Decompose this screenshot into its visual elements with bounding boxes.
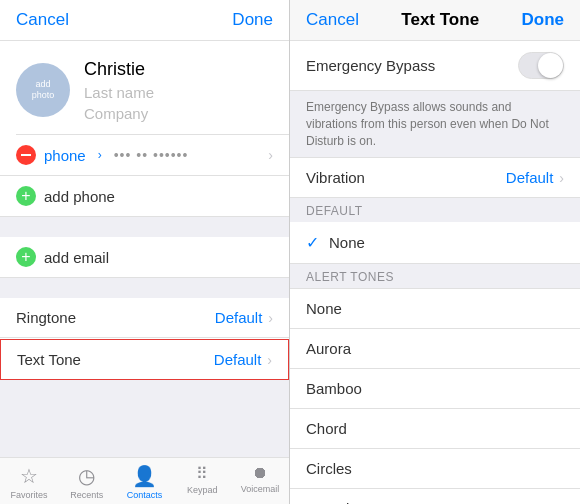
add-email-row[interactable]: + add email	[0, 237, 289, 278]
left-panel: Cancel Done addphoto Christie Last name …	[0, 0, 290, 504]
alert-tones-list: None Aurora Bamboo Chord Circles Complet…	[290, 288, 580, 504]
vibration-label: Vibration	[306, 169, 506, 186]
ringtone-label: Ringtone	[16, 309, 215, 326]
tone-none-label: None	[306, 300, 342, 317]
add-photo-label: addphoto	[32, 79, 55, 101]
voicemail-icon: ⏺	[252, 464, 268, 482]
emergency-bypass-description: Emergency Bypass allows sounds and vibra…	[290, 91, 580, 158]
tone-bamboo[interactable]: Bamboo	[290, 369, 580, 409]
contacts-icon: 👤	[132, 464, 157, 488]
tab-keypad[interactable]: ⠿ Keypad	[173, 464, 231, 500]
tab-bar: ☆ Favorites ◷ Recents 👤 Contacts ⠿ Keypa…	[0, 457, 289, 504]
done-button[interactable]: Done	[232, 10, 273, 30]
right-done-button[interactable]: Done	[522, 10, 565, 30]
text-tone-chevron-icon: ›	[267, 352, 272, 368]
contact-name: Christie	[84, 55, 273, 82]
contact-header: addphoto Christie Last name Company	[0, 41, 289, 134]
right-panel: Cancel Text Tone Done Emergency Bypass E…	[290, 0, 580, 504]
emergency-bypass-toggle[interactable]	[518, 52, 564, 79]
tone-aurora-label: Aurora	[306, 340, 351, 357]
recents-icon: ◷	[78, 464, 95, 488]
spacer-1	[0, 217, 289, 237]
tab-voicemail[interactable]: ⏺ Voicemail	[231, 464, 289, 500]
ringtone-chevron-icon: ›	[268, 310, 273, 326]
favorites-icon: ☆	[20, 464, 38, 488]
tone-complete[interactable]: Complete	[290, 489, 580, 504]
tab-contacts[interactable]: 👤 Contacts	[116, 464, 174, 500]
vibration-row[interactable]: Vibration Default ›	[290, 158, 580, 198]
default-section-header: DEFAULT	[290, 198, 580, 222]
right-title: Text Tone	[401, 10, 479, 30]
tab-favorites[interactable]: ☆ Favorites	[0, 464, 58, 500]
right-cancel-button[interactable]: Cancel	[306, 10, 359, 30]
default-none-label: None	[329, 234, 365, 251]
tab-contacts-label: Contacts	[127, 490, 163, 500]
add-photo-button[interactable]: addphoto	[16, 63, 70, 117]
add-email-button[interactable]: +	[16, 247, 36, 267]
phone-row-chevron-icon: ›	[268, 147, 273, 163]
left-top-bar: Cancel Done	[0, 0, 289, 41]
left-spacer-bottom	[0, 380, 289, 457]
tone-complete-label: Complete	[306, 500, 370, 504]
tone-bamboo-label: Bamboo	[306, 380, 362, 397]
toggle-knob	[538, 53, 563, 78]
last-name-field[interactable]: Last name	[84, 82, 273, 103]
vibration-chevron-icon: ›	[559, 170, 564, 186]
cancel-button[interactable]: Cancel	[16, 10, 69, 30]
tone-circles[interactable]: Circles	[290, 449, 580, 489]
add-phone-label: add phone	[44, 188, 115, 205]
add-email-label: add email	[44, 249, 109, 266]
remove-phone-button[interactable]	[16, 145, 36, 165]
right-top-bar: Cancel Text Tone Done	[290, 0, 580, 41]
keypad-icon: ⠿	[196, 464, 209, 483]
tab-voicemail-label: Voicemail	[241, 484, 280, 494]
phone-label: phone	[44, 147, 86, 164]
tab-recents-label: Recents	[70, 490, 103, 500]
tone-chord-label: Chord	[306, 420, 347, 437]
checkmark-icon: ✓	[306, 233, 319, 252]
add-phone-row[interactable]: + add phone	[0, 176, 289, 217]
contact-fields: Christie Last name Company	[84, 55, 273, 124]
emergency-bypass-label: Emergency Bypass	[306, 57, 518, 74]
tone-circles-label: Circles	[306, 460, 352, 477]
text-tone-row[interactable]: Text Tone Default ›	[0, 339, 289, 380]
tone-aurora[interactable]: Aurora	[290, 329, 580, 369]
tone-chord[interactable]: Chord	[290, 409, 580, 449]
tab-keypad-label: Keypad	[187, 485, 218, 495]
phone-number: ••• •• ••••••	[114, 147, 261, 163]
tab-recents[interactable]: ◷ Recents	[58, 464, 116, 500]
phone-row[interactable]: phone › ••• •• •••••• ›	[0, 135, 289, 176]
company-field[interactable]: Company	[84, 103, 273, 124]
default-none-row[interactable]: ✓ None	[290, 222, 580, 264]
text-tone-label: Text Tone	[17, 351, 214, 368]
text-tone-value: Default	[214, 351, 262, 368]
vibration-value: Default	[506, 169, 554, 186]
spacer-2	[0, 278, 289, 298]
add-phone-button[interactable]: +	[16, 186, 36, 206]
phone-chevron-icon: ›	[98, 148, 102, 162]
alert-tones-section-header: ALERT TONES	[290, 264, 580, 288]
tone-none[interactable]: None	[290, 289, 580, 329]
tab-favorites-label: Favorites	[10, 490, 47, 500]
ringtone-row[interactable]: Ringtone Default ›	[0, 298, 289, 338]
ringtone-value: Default	[215, 309, 263, 326]
emergency-bypass-row[interactable]: Emergency Bypass	[290, 41, 580, 91]
